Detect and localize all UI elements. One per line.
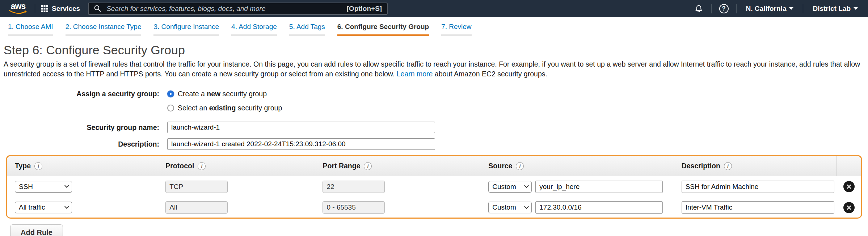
cell-delete bbox=[837, 176, 861, 197]
wizard-steps-nav: 1. Choose AMI 2. Choose Instance Type 3.… bbox=[0, 17, 868, 36]
type-select-value: SSH bbox=[19, 183, 33, 191]
chevron-down-icon bbox=[854, 7, 858, 10]
page-description: A security group is a set of firewall ru… bbox=[4, 59, 864, 79]
type-header-label: Type bbox=[15, 162, 31, 170]
source-mode-select[interactable]: Custom bbox=[488, 202, 532, 213]
cell-port-range bbox=[321, 181, 487, 193]
protocol-header-label: Protocol bbox=[165, 162, 194, 170]
header-cell-description: Description i bbox=[680, 162, 837, 170]
header-cell-source: Source i bbox=[487, 162, 680, 170]
rule-description-input[interactable] bbox=[682, 181, 834, 193]
header-cell-port-range: Port Range i bbox=[321, 162, 487, 170]
rules-table-header: Type i Protocol i Port Range i Source i … bbox=[7, 156, 861, 176]
security-group-name-input[interactable] bbox=[167, 122, 435, 133]
tab-configure-instance[interactable]: 3. Configure Instance bbox=[153, 23, 219, 36]
header-cell-delete bbox=[837, 156, 861, 176]
global-search[interactable]: [Option+S] bbox=[88, 3, 388, 15]
source-mode-value: Custom bbox=[492, 183, 516, 191]
search-shortcut-hint: [Option+S] bbox=[347, 5, 382, 13]
services-grid-icon bbox=[41, 5, 48, 12]
cell-type: All traffic bbox=[7, 202, 164, 213]
radio-select-existing-label: Select an existing security group bbox=[178, 104, 282, 112]
cell-delete bbox=[837, 197, 861, 218]
account-label: District Lab bbox=[813, 5, 851, 13]
radio-label-text: Create a bbox=[178, 90, 207, 98]
tab-configure-security-group[interactable]: 6. Configure Security Group bbox=[337, 23, 429, 36]
help-icon: ? bbox=[719, 4, 729, 13]
assign-security-group-row: Assign a security group: Create a new se… bbox=[4, 90, 864, 98]
tab-review[interactable]: 7. Review bbox=[441, 23, 471, 36]
tab-add-tags[interactable]: 5. Add Tags bbox=[289, 23, 325, 36]
rule-row-all-traffic: All traffic Custom bbox=[7, 197, 861, 218]
port-range-readonly-field bbox=[323, 181, 385, 193]
source-cidr-input[interactable] bbox=[535, 181, 663, 193]
chevron-down-icon bbox=[64, 204, 69, 209]
rule-row-ssh: SSH Custom bbox=[7, 176, 861, 197]
source-mode-select[interactable]: Custom bbox=[488, 181, 532, 193]
aws-logo[interactable]: aws bbox=[7, 3, 29, 14]
tab-choose-ami[interactable]: 1. Choose AMI bbox=[8, 23, 53, 36]
region-selector[interactable]: N. California bbox=[742, 5, 797, 13]
cell-type: SSH bbox=[7, 181, 164, 193]
info-icon[interactable]: i bbox=[198, 162, 206, 170]
info-icon[interactable]: i bbox=[516, 162, 524, 170]
cell-description bbox=[680, 201, 837, 214]
security-rules-table: Type i Protocol i Port Range i Source i … bbox=[6, 155, 862, 219]
services-menu-button[interactable]: Services bbox=[41, 5, 80, 13]
port-range-readonly-field bbox=[323, 201, 385, 214]
chevron-down-icon bbox=[524, 204, 529, 209]
topbar-divider bbox=[803, 4, 803, 13]
learn-more-link[interactable]: Learn more bbox=[397, 70, 433, 78]
info-icon[interactable]: i bbox=[364, 162, 372, 170]
region-label: N. California bbox=[746, 5, 787, 13]
services-label: Services bbox=[52, 5, 80, 13]
add-rule-button[interactable]: Add Rule bbox=[10, 224, 63, 236]
topbar-right: ? N. California District Lab bbox=[692, 4, 861, 13]
search-icon bbox=[94, 5, 101, 12]
assign-security-group-label: Assign a security group: bbox=[4, 90, 167, 98]
page-description-text: about Amazon EC2 security groups. bbox=[433, 70, 547, 78]
info-icon[interactable]: i bbox=[724, 162, 732, 170]
cell-protocol bbox=[164, 181, 321, 193]
type-select[interactable]: All traffic bbox=[15, 202, 72, 213]
topbar: aws Services [Option+S] bbox=[0, 0, 868, 17]
cell-source: Custom bbox=[487, 201, 680, 214]
close-icon bbox=[846, 205, 852, 210]
radio-create-new-security-group[interactable] bbox=[167, 90, 174, 97]
info-icon[interactable]: i bbox=[34, 162, 42, 170]
radio-select-existing-security-group[interactable] bbox=[167, 105, 174, 111]
topbar-divider bbox=[736, 4, 737, 13]
type-select[interactable]: SSH bbox=[15, 181, 72, 193]
cell-description bbox=[680, 181, 837, 193]
help-button[interactable]: ? bbox=[717, 4, 730, 13]
delete-rule-button[interactable] bbox=[843, 181, 855, 192]
header-cell-type: Type i bbox=[7, 162, 164, 170]
protocol-readonly-field bbox=[165, 181, 228, 193]
radio-label-text: Select an bbox=[178, 104, 209, 112]
account-menu[interactable]: District Lab bbox=[809, 5, 861, 13]
header-cell-protocol: Protocol i bbox=[164, 162, 321, 170]
security-group-name-label: Security group name: bbox=[4, 123, 167, 132]
radio-label-text: security group bbox=[220, 90, 267, 98]
source-mode-value: Custom bbox=[492, 203, 516, 211]
tab-add-storage[interactable]: 4. Add Storage bbox=[231, 23, 277, 36]
radio-label-bold: new bbox=[207, 90, 220, 98]
notifications-button[interactable] bbox=[692, 4, 705, 13]
bell-icon bbox=[694, 4, 703, 13]
description-header-label: Description bbox=[682, 162, 720, 170]
radio-label-text: security group bbox=[236, 104, 282, 112]
description-label: Description: bbox=[4, 140, 167, 148]
topbar-divider bbox=[35, 4, 35, 13]
description-row: Description: bbox=[4, 138, 864, 150]
port-range-header-label: Port Range bbox=[323, 162, 360, 170]
page-title: Step 6: Configure Security Group bbox=[4, 43, 864, 57]
delete-rule-button[interactable] bbox=[843, 202, 855, 213]
rule-description-input[interactable] bbox=[682, 201, 834, 214]
radio-label-bold: existing bbox=[209, 104, 236, 112]
tab-choose-instance-type[interactable]: 2. Choose Instance Type bbox=[66, 23, 142, 36]
security-group-name-row: Security group name: bbox=[4, 122, 864, 133]
security-group-description-input[interactable] bbox=[167, 138, 435, 150]
select-existing-row: Select an existing security group bbox=[4, 104, 864, 112]
source-cidr-input[interactable] bbox=[535, 201, 663, 214]
search-input[interactable] bbox=[106, 4, 346, 13]
